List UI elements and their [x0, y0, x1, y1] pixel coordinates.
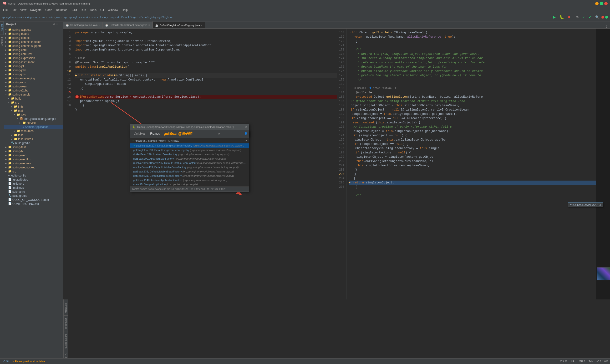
minimize-button[interactable] [595, 2, 598, 5]
debug-person-icon[interactable]: 👤 [244, 132, 247, 136]
debug-frame-item[interactable]: getSingleton:168, DefaultSingletonBeanRe… [130, 148, 249, 152]
breadcrumb-factory[interactable]: factory [100, 16, 108, 19]
debug-frame-item[interactable]: resolveBean:483, DefaultListableBeanFact… [130, 165, 249, 169]
debug-frame-item[interactable]: getBean:1148, AbstractApplicationContext… [130, 178, 249, 182]
menu-tools[interactable]: Tools [88, 8, 98, 12]
status-indent[interactable]: Tab [589, 360, 593, 363]
list-item[interactable]: 📄 sdkmanrc [4, 190, 63, 194]
list-item[interactable]: 🔧 build.gradle [4, 141, 63, 145]
list-item[interactable]: 📄 .gitattributes [4, 178, 63, 182]
debug-frame-item[interactable]: getBean:331, DefaultListableBeanFactory … [130, 174, 249, 178]
list-item[interactable]: ▶ 📁 spring-orm [4, 80, 63, 84]
list-item[interactable]: ▶ 📁 spring-instrument [4, 60, 63, 64]
list-item[interactable]: ▶ 📁 jmh [4, 104, 63, 109]
list-item[interactable]: 📄 .gitignore [4, 182, 63, 186]
project-close-icon[interactable]: — [60, 22, 61, 26]
debug-filter-icon[interactable]: ⚙ [218, 132, 220, 136]
list-item[interactable]: ▶ 📁 spring-core-test [4, 52, 63, 56]
list-item[interactable]: ▶ 📁 spring-web [4, 153, 63, 157]
list-item[interactable]: 📄 CODE_OF_CONDUCT.adoc [4, 198, 63, 202]
tree-item-service[interactable]: ▶ 📁 service [4, 121, 63, 125]
menu-code[interactable]: Code [43, 8, 54, 12]
tree-root[interactable]: ▼ 📁 spring-aspects [4, 28, 63, 32]
list-item[interactable]: ▶ 📁 spring-context [4, 36, 63, 40]
list-item[interactable]: 🔧 build.gradle [4, 194, 63, 198]
list-item[interactable]: ▶ 📁 spring-oxm [4, 84, 63, 88]
menu-view[interactable]: View [18, 8, 28, 12]
tab-menu-icon[interactable]: ⋮ [603, 24, 610, 28]
list-item[interactable]: ▼ 📁 spring-sample [4, 92, 63, 96]
list-item[interactable]: ▶ 📁 spring-jcl [4, 64, 63, 68]
sidebar-tab-project[interactable]: Project [0, 21, 4, 35]
list-item[interactable]: ▼ 📁 src [4, 101, 63, 104]
breadcrumb-spring-framework[interactable]: spring-framework [2, 16, 22, 19]
list-item[interactable]: ▶ 📁 spring-core [4, 48, 63, 52]
menu-file[interactable]: File [1, 8, 10, 12]
list-item[interactable]: ▼ 📁 java [4, 113, 63, 117]
list-item[interactable]: ⚙ .editorconfig [4, 173, 63, 178]
tab-close-icon[interactable]: × [99, 24, 100, 26]
menu-help[interactable]: Help [120, 8, 130, 12]
stop-button[interactable]: ■ [567, 14, 572, 20]
tab-close-icon3[interactable]: × [201, 24, 203, 27]
close-button[interactable] [604, 2, 608, 5]
list-item[interactable]: ▶ 📁 spring-expression [4, 56, 63, 60]
status-git[interactable]: ⎇ Git [2, 360, 9, 363]
list-item[interactable]: ▶ 📁 spring-webflux [4, 157, 63, 161]
debug-frame-item[interactable]: main:15, SampleApplication (com.youlai.s… [130, 182, 249, 186]
menu-git[interactable]: Git [98, 8, 106, 12]
breadcrumb-class[interactable]: DefaultSingletonBeanRegistry [121, 16, 156, 19]
list-item[interactable]: ▶ 📁 spring-websocket [4, 165, 63, 169]
menu-navigate[interactable]: Navigate [28, 8, 43, 12]
debug-frame-item[interactable]: getBean:338, DefaultListableBeanFactory … [130, 169, 249, 174]
list-item[interactable]: ▶ 📁 spring-test [4, 145, 63, 149]
maximize-button[interactable] [600, 2, 603, 5]
breadcrumb-spring-beans[interactable]: spring-beans [25, 16, 40, 19]
tab-close-icon2[interactable]: × [148, 24, 150, 26]
list-item[interactable]: ▼ 📦 com.youlai.spring.sample [4, 117, 63, 121]
tab-defaultsingleton[interactable]: ☕ DefaultSingletonBeanRegistry.java × [153, 22, 205, 28]
list-item[interactable]: ▶ 📁 build [4, 96, 63, 101]
breadcrumb-beans[interactable]: beans [91, 16, 98, 19]
debug-frame-item[interactable]: getBean:200, AbstractBeanFactory (org.sp… [130, 156, 249, 161]
list-item[interactable]: ▶ 📁 test [4, 133, 63, 137]
list-item[interactable]: ▶ 📁 resources [4, 129, 63, 133]
list-item[interactable]: ▼ 📁 main [4, 109, 63, 113]
menu-edit[interactable]: Edit [10, 8, 18, 12]
breadcrumb-src[interactable]: src [42, 16, 46, 19]
tab-sample-application[interactable]: ☕ SampleApplication.java × [63, 22, 103, 28]
sidebar-tab-commit[interactable]: Commit [0, 35, 4, 49]
list-item[interactable]: ▶ 📁 spring-jdbc [4, 68, 63, 72]
debug-frame-item[interactable]: doGetBean:248, AbstractBeanFactory (org.… [130, 152, 249, 156]
tree-item-sample-application[interactable]: ☕ SampleApplication [4, 125, 63, 129]
status-encoding[interactable]: UTF-8 [578, 360, 585, 363]
filter-icon[interactable]: ▼ [246, 139, 247, 143]
debug-popup-main-header[interactable]: 🐛 Debug - spring-framework:spring-sample… [130, 124, 249, 130]
menu-run[interactable]: Run [79, 8, 88, 12]
debug-frame-item[interactable]: resolveNamedBean:1265, DefaultListableBe… [130, 161, 249, 165]
menu-window[interactable]: Window [106, 8, 120, 12]
run-button[interactable]: ▶ [551, 14, 557, 20]
list-item[interactable]: ▶ 📁 spring-messaging [4, 76, 63, 80]
git-commit-button[interactable]: ✓ [581, 14, 586, 20]
list-item[interactable]: ▶ 📁 src [4, 169, 63, 173]
breadcrumb-main[interactable]: main [48, 16, 53, 19]
list-item[interactable]: ▶ 📁 spring-tx [4, 149, 63, 153]
breadcrumb-method[interactable]: getSingleton [158, 16, 173, 19]
right-tab-database[interactable]: Database [64, 316, 68, 332]
project-settings-icon[interactable]: ⚙ [53, 22, 55, 26]
debug-main-close-icon[interactable]: × [245, 125, 247, 129]
menu-refactor[interactable]: Refactor [54, 8, 69, 12]
breadcrumb-java[interactable]: java [56, 16, 61, 19]
menu-build[interactable]: Build [69, 8, 79, 12]
list-item[interactable]: ▶ 📁 spring-r2dbc [4, 88, 63, 92]
debug-frame-item[interactable]: ✓ getSingleton:203, DefaultSingletonBean… [130, 143, 249, 148]
git-push-button[interactable]: ✓ [587, 14, 593, 20]
list-item[interactable]: ▶ 📁 spring-jms [4, 72, 63, 76]
project-collapse-icon[interactable]: ☰ [56, 22, 59, 26]
list-item[interactable]: ▶ 📁 spring-context-indexer [4, 40, 63, 44]
right-tab-hierarchy[interactable]: Hierarchy [64, 299, 68, 316]
list-item[interactable]: 📄 .mailmap [4, 186, 63, 190]
list-item[interactable]: ▶ 📁 spring-webmvc [4, 161, 63, 165]
debug-button[interactable]: 🐛 [558, 14, 566, 20]
